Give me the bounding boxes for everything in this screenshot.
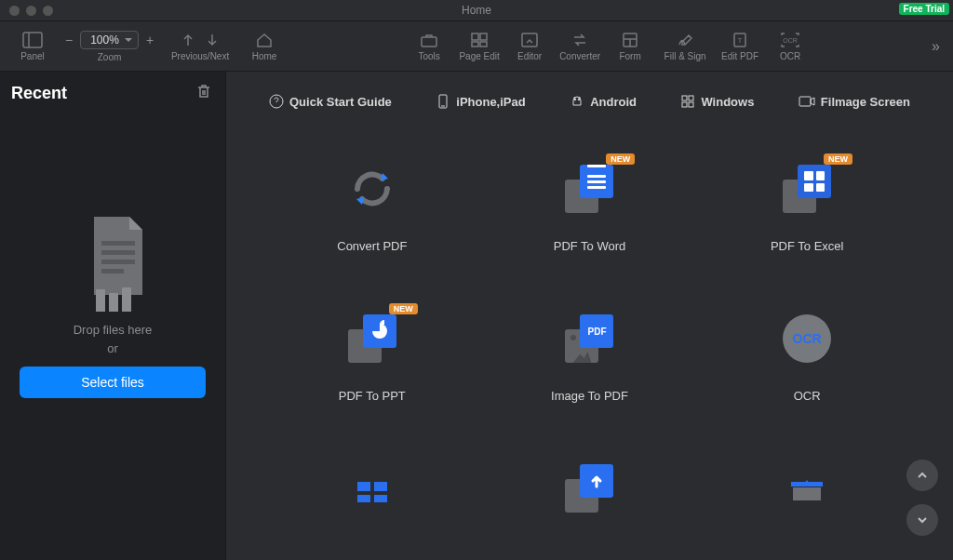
card-label: OCR (794, 389, 821, 403)
ocr-icon: OCR (783, 314, 831, 363)
recent-heading: Recent (11, 84, 67, 103)
tools-tool[interactable]: Tools (406, 24, 452, 69)
page-edit-tool[interactable]: Page Edit (456, 24, 503, 69)
ql-label: Quick Start Guide (289, 95, 392, 109)
ql-label: Filmage Screen (821, 95, 910, 109)
ql-label: Android (590, 95, 637, 109)
partial-card-3[interactable] (717, 459, 897, 518)
tool-grid: Convert PDF NEW PDF To Word NEW PDF To E… (226, 118, 953, 555)
svg-rect-31 (357, 482, 370, 491)
edit-pdf-tool[interactable]: T Edit PDF (717, 24, 763, 69)
fill-sign-label: Fill & Sign (664, 51, 706, 61)
prev-next-tool[interactable]: Previous/Next (163, 24, 237, 69)
editor-tool[interactable]: Editor (506, 24, 553, 69)
card-label: PDF To Excel (771, 239, 844, 253)
zoom-out-button[interactable]: − (65, 33, 73, 47)
svg-rect-3 (472, 33, 478, 40)
document-drop-icon (75, 209, 150, 312)
svg-rect-16 (101, 260, 135, 264)
svg-rect-5 (472, 42, 478, 47)
svg-rect-30 (799, 97, 811, 106)
drop-line1: Drop files here (74, 323, 153, 337)
svg-rect-28 (682, 102, 687, 107)
filmage-screen-link[interactable]: Filmage Screen (799, 94, 910, 109)
title-bar: Home Free Trial (0, 0, 953, 21)
svg-rect-2 (422, 37, 436, 47)
upload-icon (565, 464, 613, 513)
svg-rect-18 (96, 289, 105, 312)
tools-label: Tools (418, 51, 439, 61)
window-title: Home (0, 4, 953, 17)
ocr-tool[interactable]: OCR OCR (767, 24, 813, 69)
partial-card-1[interactable] (282, 459, 463, 518)
scroll-up-button[interactable] (906, 460, 938, 491)
scroll-down-button[interactable] (906, 504, 938, 536)
image-to-pdf-card[interactable]: PDF Image To PDF (500, 309, 680, 403)
home-label: Home (252, 51, 277, 61)
pdf-to-word-card[interactable]: NEW PDF To Word (500, 159, 680, 253)
svg-rect-15 (101, 250, 135, 255)
svg-rect-33 (357, 495, 370, 502)
drop-message: Drop files here or (74, 321, 153, 357)
convert-pdf-card[interactable]: Convert PDF (282, 159, 463, 253)
zoom-dropdown[interactable]: 100% (80, 31, 139, 49)
panel-label: Panel (20, 51, 45, 61)
svg-rect-19 (109, 293, 118, 312)
panel-tool[interactable]: Panel (9, 24, 56, 69)
zoom-label: Zoom (98, 52, 122, 62)
windows-icon (680, 94, 695, 109)
converter-tool[interactable]: Converter (557, 24, 603, 69)
pdf-to-excel-card[interactable]: NEW PDF To Excel (717, 159, 897, 253)
svg-text:OCR: OCR (783, 37, 798, 44)
select-files-button[interactable]: Select files (20, 367, 206, 398)
sidebar: Recent (0, 72, 226, 560)
card-label: PDF To PPT (339, 389, 406, 403)
android-icon (570, 94, 584, 109)
image-pdf-icon: PDF (565, 314, 613, 363)
svg-rect-0 (23, 33, 42, 47)
content-area: Quick Start Guide iPhone,iPad Android Wi… (226, 72, 953, 560)
ocr-label: OCR (780, 51, 800, 61)
quick-start-guide-link[interactable]: Quick Start Guide (269, 94, 392, 109)
home-tool[interactable]: Home (241, 24, 288, 69)
svg-text:T: T (738, 36, 743, 45)
zoom-in-button[interactable]: + (146, 33, 154, 47)
svg-point-24 (574, 99, 576, 100)
drop-zone[interactable]: Drop files here or Select files (0, 114, 225, 560)
card-label: PDF To Word (554, 239, 626, 253)
editor-label: Editor (517, 51, 542, 61)
android-link[interactable]: Android (570, 94, 637, 109)
svg-rect-20 (122, 287, 131, 312)
record-icon (799, 94, 815, 109)
svg-rect-26 (682, 96, 687, 100)
trash-icon[interactable] (195, 83, 212, 103)
form-tool[interactable]: Form (607, 24, 653, 69)
pdf-to-ppt-card[interactable]: NEW PDF To PPT (282, 309, 463, 403)
arrow-down-icon (205, 32, 220, 48)
windows-link[interactable]: Windows (680, 94, 754, 109)
drop-line2: or (107, 341, 118, 355)
zoom-group: − 100% + Zoom (65, 31, 154, 62)
ocr-card[interactable]: OCR OCR (717, 309, 897, 403)
word-icon (565, 165, 613, 213)
svg-rect-17 (101, 269, 124, 273)
convert-icon (349, 166, 396, 212)
prev-next-label: Previous/Next (171, 51, 229, 61)
compress-icon (784, 474, 830, 502)
svg-rect-27 (689, 96, 693, 100)
svg-rect-4 (480, 33, 487, 40)
toolbar-overflow-button[interactable]: » (932, 38, 940, 55)
arrow-up-icon (181, 32, 195, 48)
svg-rect-32 (374, 482, 387, 491)
svg-rect-29 (689, 102, 693, 107)
ql-label: Windows (701, 95, 754, 109)
partial-card-2[interactable] (500, 459, 680, 518)
ql-label: iPhone,iPad (456, 95, 525, 109)
free-trial-badge[interactable]: Free Trial (899, 3, 949, 15)
fill-sign-tool[interactable]: Fill & Sign (657, 24, 713, 69)
card-label: Convert PDF (337, 239, 407, 253)
converter-label: Converter (559, 51, 600, 61)
svg-rect-6 (480, 42, 487, 47)
phone-icon (436, 94, 450, 109)
iphone-ipad-link[interactable]: iPhone,iPad (436, 94, 525, 109)
